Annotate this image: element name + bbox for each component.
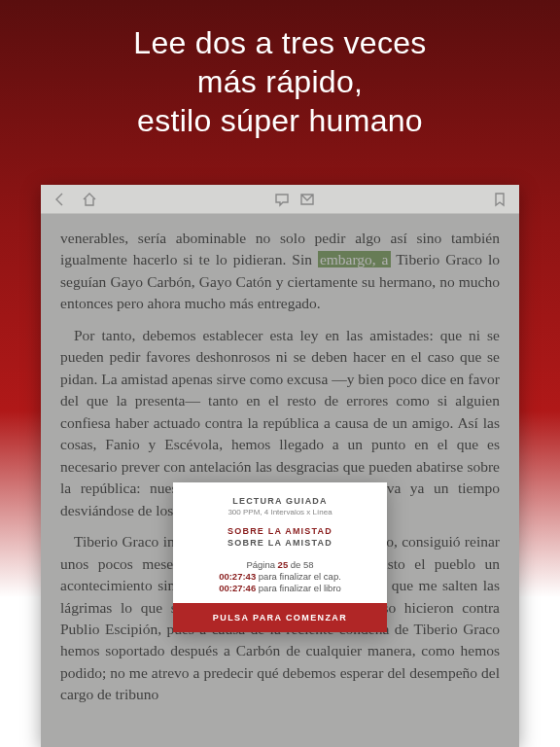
popup-chapter-name: SOBRE LA AMISTAD <box>185 538 375 548</box>
popup-page-info: Página 25 de 58 <box>185 559 375 570</box>
page-prefix: Página <box>246 559 277 570</box>
comment-icon[interactable] <box>274 192 290 207</box>
time-book-suffix: para finalizar el libro <box>256 583 341 593</box>
page-text: venerables, sería abominable no solo ped… <box>41 214 519 729</box>
popup-time-chapter: 00:27:43 para finalizar el cap. <box>185 571 375 582</box>
start-reading-button[interactable]: PULSA PARA COMENZAR <box>173 603 387 632</box>
time-chapter-suffix: para finalizar el cap. <box>256 571 341 582</box>
time-chapter-value: 00:27:43 <box>219 571 256 582</box>
time-book-value: 00:27:46 <box>219 583 256 593</box>
page-total: 58 <box>303 559 314 570</box>
bookmark-icon[interactable] <box>492 192 508 207</box>
paragraph-1: venerables, sería abominable no solo ped… <box>60 228 500 315</box>
home-icon[interactable] <box>82 192 97 207</box>
hero-line-1: Lee dos a tres veces <box>0 23 560 62</box>
popup-book-name: SOBRE LA AMISTAD <box>185 526 375 536</box>
back-icon[interactable] <box>52 192 68 207</box>
hero-headline: Lee dos a tres veces más rápido, estilo … <box>0 23 560 140</box>
page-mid: de <box>288 559 303 570</box>
popup-title: LECTURA GUIADA <box>185 496 375 506</box>
reader-page[interactable]: venerables, sería abominable no solo ped… <box>41 214 519 747</box>
reader-toolbar <box>41 185 519 214</box>
popup-time-book: 00:27:46 para finalizar el libro <box>185 583 375 593</box>
hero-line-2: más rápido, <box>0 62 560 101</box>
hero-line-3: estilo súper humano <box>0 101 560 140</box>
guided-reading-popup: LECTURA GUIADA 300 PPM, 4 Intervalos x L… <box>173 482 387 632</box>
inbox-icon[interactable] <box>299 192 315 207</box>
reading-highlight: embargo, a <box>318 251 391 267</box>
device-screenshot: venerables, sería abominable no solo ped… <box>41 185 519 747</box>
popup-subtitle: 300 PPM, 4 Intervalos x Línea <box>185 508 375 516</box>
page-current: 25 <box>278 559 289 570</box>
